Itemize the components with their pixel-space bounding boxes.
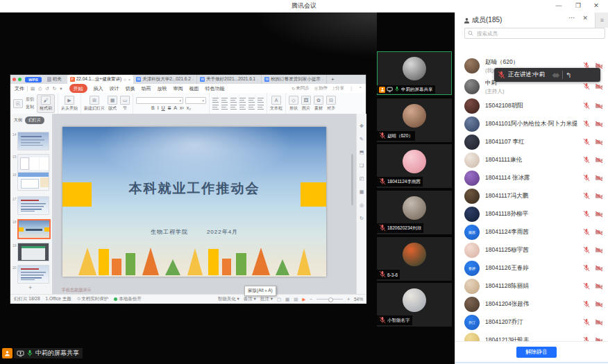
member-row[interactable]: 18041118孙柳平: [455, 205, 608, 223]
canvas-tool-icon-7[interactable]: ◎: [360, 202, 364, 208]
camera-off-icon[interactable]: [595, 244, 603, 257]
camera-off-icon[interactable]: [595, 262, 603, 275]
menu-right-协作[interactable]: ☰协作: [314, 85, 328, 92]
camera-off-icon[interactable]: [595, 280, 603, 293]
slide-thumbnail-19[interactable]: [17, 243, 49, 261]
wps-zoom-dot[interactable]: [18, 78, 22, 81]
camera-off-icon[interactable]: [595, 298, 603, 311]
zoom-out-button[interactable]: −: [310, 297, 312, 302]
ribbon-collapse-button[interactable]: ⌃: [359, 86, 362, 92]
font-style-U[interactable]: U: [162, 105, 165, 110]
menu-right-分享[interactable]: ⤴分享: [332, 85, 344, 92]
quick-icon-5[interactable]: ▾: [60, 86, 62, 92]
menu-file[interactable]: 文件: [15, 85, 24, 92]
mic-muted-icon[interactable]: [583, 80, 590, 93]
mic-muted-icon[interactable]: [583, 316, 590, 329]
video-thumbnail-6[interactable]: 小智能名字: [377, 283, 452, 327]
add-slide-button[interactable]: +: [28, 284, 32, 291]
canvas-tool-icon-1[interactable]: ✥: [360, 123, 364, 129]
paragraph-format-icon[interactable]: [257, 104, 264, 110]
panel-close-button[interactable]: ✕: [582, 15, 588, 21]
material-button[interactable]: ✿ 素材: [314, 96, 323, 112]
member-row[interactable]: 雨茜18041124李雨茜: [455, 223, 608, 241]
canvas-tool-icon-3[interactable]: ⬒: [360, 150, 364, 155]
quick-icon-1[interactable]: ▤: [31, 86, 35, 92]
wps-close-dot[interactable]: [12, 78, 16, 81]
member-row[interactable]: 18041114 张冰露: [455, 169, 608, 187]
wps-doc-tab-4[interactable]: W校园订餐发货到家小提示◦: [262, 75, 327, 84]
font-style-I[interactable]: I: [158, 105, 159, 110]
member-search-input[interactable]: [475, 30, 602, 37]
font-size-select[interactable]: ▾: [185, 97, 206, 104]
slide-pane-tab-大纲[interactable]: 大纲: [14, 117, 22, 123]
menu-more-button[interactable]: ⋮: [349, 86, 354, 92]
paragraph-format-icon[interactable]: [257, 97, 264, 103]
align-button[interactable]: ⊟ 对齐: [326, 96, 336, 112]
member-row[interactable]: 18041107 李红: [455, 133, 608, 151]
view-mode-icon-2[interactable]: ▦: [285, 297, 289, 302]
paragraph-format-icon[interactable]: [230, 97, 237, 103]
mic-muted-icon[interactable]: [583, 136, 590, 148]
minimize-button[interactable]: —: [551, 0, 566, 12]
slide-thumbnail-20[interactable]: [17, 265, 49, 284]
menu-item-特色功能[interactable]: 特色功能: [205, 85, 225, 92]
mic-muted-icon[interactable]: [583, 208, 590, 220]
toast-reply-icon[interactable]: ↰: [566, 71, 571, 79]
unmute-button[interactable]: 解除静音: [516, 347, 557, 358]
font-style-A[interactable]: A: [174, 105, 177, 110]
slide-thumbnail-18[interactable]: [17, 219, 51, 239]
camera-off-icon[interactable]: [595, 100, 603, 112]
font-style-x²[interactable]: x²: [180, 105, 184, 110]
font-style-S[interactable]: S: [168, 105, 171, 110]
mic-muted-icon[interactable]: [583, 190, 590, 202]
menu-item-切换[interactable]: 切换: [126, 85, 135, 92]
shape-button[interactable]: ◇ 形状: [289, 96, 298, 112]
canvas-tool-icon-6[interactable]: ▦: [360, 189, 364, 195]
member-row[interactable]: 18041125穆宇茜: [455, 241, 608, 259]
panel-more-button[interactable]: ⋯: [568, 14, 575, 21]
wps-doc-tab-3[interactable]: W关于做好2021...2021.6.1◦: [197, 75, 262, 84]
tab-close-icon[interactable]: ×: [128, 78, 131, 82]
section-button[interactable]: ▭ 节: [120, 96, 130, 112]
font-name-select[interactable]: ▾: [136, 97, 183, 104]
canvas-scrollbar[interactable]: [351, 154, 353, 205]
picture-button[interactable]: 🖼 图片: [301, 96, 311, 112]
menu-item-视图[interactable]: 视图: [189, 85, 199, 92]
paragraph-format-icon[interactable]: [221, 104, 228, 110]
view-mode-icon-3[interactable]: ▤: [294, 297, 298, 302]
video-thumbnail-5[interactable]: 6-3-6: [377, 237, 452, 281]
wps-logo[interactable]: WPS: [25, 77, 42, 83]
member-row[interactable]: 18041117冯大鹏: [455, 187, 608, 205]
status-tool-批注[interactable]: 批注 ▾: [260, 296, 273, 302]
zoom-knob[interactable]: [328, 297, 333, 302]
status-tool-备注[interactable]: 备注 ▾: [244, 296, 256, 302]
paragraph-format-icon[interactable]: [239, 97, 246, 103]
view-mode-icon-1[interactable]: ▢: [277, 297, 281, 302]
mic-muted-icon[interactable]: [583, 244, 590, 257]
video-thumbnail-1[interactable]: 中莉的屏幕共享: [377, 51, 452, 95]
font-style-B[interactable]: B: [151, 105, 155, 110]
member-row[interactable]: 乔汀18041207乔汀: [455, 313, 608, 331]
paragraph-format-icon[interactable]: [212, 97, 219, 103]
slide-thumbnail-17[interactable]: [17, 196, 49, 215]
slide-thumbnail-16[interactable]: [17, 172, 49, 191]
mic-muted-icon[interactable]: [583, 262, 590, 275]
camera-off-icon[interactable]: [595, 118, 603, 130]
camera-off-icon[interactable]: [595, 172, 603, 184]
cut-button[interactable]: 剪切: [26, 96, 34, 103]
slide-thumbnail-15[interactable]: [17, 154, 49, 173]
video-thumbnail-3[interactable]: 18041124李雨茜: [377, 144, 452, 188]
menu-item-设计[interactable]: 设计: [110, 85, 119, 92]
camera-off-icon[interactable]: [595, 136, 603, 148]
paragraph-format-icon[interactable]: [230, 104, 237, 110]
video-thumbnail-2[interactable]: 赵晴（620）: [377, 98, 452, 142]
close-button[interactable]: ✕: [589, 0, 604, 12]
copy-button[interactable]: 复制: [26, 104, 34, 110]
paste-button[interactable]: ⎘: [13, 99, 23, 108]
zoom-in-button[interactable]: +: [347, 297, 350, 302]
status-tool-智能美化[interactable]: 智能美化 ▾: [218, 296, 239, 302]
wps-doc-tab-2[interactable]: W天津科技大学2...021.6.2◦: [133, 75, 197, 84]
new-slide-button[interactable]: ⊞ 新建幻灯片: [84, 96, 105, 112]
menu-right-未同步[interactable]: ↻未同步: [292, 85, 310, 92]
play-from-start-button[interactable]: ▶ 从头开始: [61, 96, 78, 112]
